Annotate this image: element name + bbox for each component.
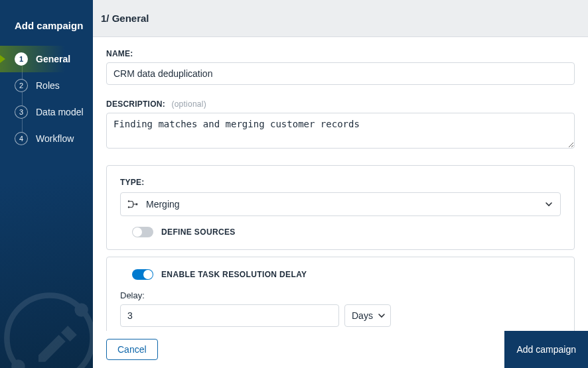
seal-decoration: [0, 282, 106, 368]
step-workflow[interactable]: 4 Workflow: [0, 125, 93, 152]
optional-hint: (optional): [171, 99, 206, 109]
step-header: 1/ General: [93, 0, 588, 37]
description-label: DESCRIPTION: (optional): [106, 99, 575, 109]
step-label: Roles: [36, 80, 60, 91]
step-badge: 1: [15, 52, 28, 66]
type-panel: TYPE: Merging DEFINE SOURCES: [106, 165, 575, 250]
name-input[interactable]: [106, 62, 575, 85]
type-select[interactable]: Merging: [120, 192, 561, 216]
define-sources-row: DEFINE SOURCES: [120, 227, 561, 237]
wizard-steps: 1 General 2 Roles 3 Data model 4 Workflo…: [0, 46, 93, 152]
step-roles[interactable]: 2 Roles: [0, 72, 93, 99]
delay-field: Delay: Days: [120, 290, 561, 327]
step-general[interactable]: 1 General: [0, 46, 93, 72]
delay-label: Delay:: [120, 290, 561, 300]
step-label: Data model: [36, 107, 84, 117]
step-badge: 3: [15, 105, 28, 119]
step-data-model[interactable]: 3 Data model: [0, 99, 93, 125]
description-input[interactable]: [106, 113, 575, 149]
description-field: DESCRIPTION: (optional): [106, 99, 575, 151]
delay-unit-select[interactable]: Days: [344, 304, 391, 327]
svg-rect-5: [136, 204, 138, 206]
name-field: NAME:: [106, 49, 575, 85]
svg-point-4: [128, 206, 129, 208]
chevron-down-icon: [378, 312, 386, 320]
define-sources-label: DEFINE SOURCES: [161, 227, 236, 237]
name-label: NAME:: [106, 49, 575, 58]
enable-delay-label: ENABLE TASK RESOLUTION DELAY: [161, 270, 307, 279]
define-sources-toggle[interactable]: [132, 227, 153, 237]
step-header-title: 1/ General: [101, 13, 149, 24]
delay-value-input[interactable]: [120, 304, 339, 327]
step-badge: 4: [15, 132, 28, 145]
wizard-footer: Cancel Add campaign: [93, 331, 588, 368]
step-label: General: [36, 54, 70, 64]
svg-point-1: [74, 303, 88, 316]
enable-delay-toggle[interactable]: [132, 269, 153, 280]
step-badge: 2: [15, 79, 28, 92]
delay-panel: ENABLE TASK RESOLUTION DELAY Delay: Days: [106, 257, 575, 331]
enable-delay-row: ENABLE TASK RESOLUTION DELAY: [120, 269, 561, 280]
form-content: NAME: DESCRIPTION: (optional) TYPE: Merg…: [93, 37, 588, 331]
cancel-button[interactable]: Cancel: [106, 339, 158, 360]
wizard-sidebar: Add campaign 1 General 2 Roles 3 Data mo…: [0, 0, 93, 368]
type-select-value: Merging: [120, 192, 561, 216]
step-label: Workflow: [36, 133, 74, 144]
chevron-down-icon: [545, 200, 553, 208]
add-campaign-button[interactable]: Add campaign: [504, 331, 588, 368]
merge-icon: [127, 198, 139, 210]
type-label: TYPE:: [120, 178, 561, 187]
sidebar-title: Add campaign: [0, 0, 93, 46]
svg-point-3: [128, 200, 129, 202]
